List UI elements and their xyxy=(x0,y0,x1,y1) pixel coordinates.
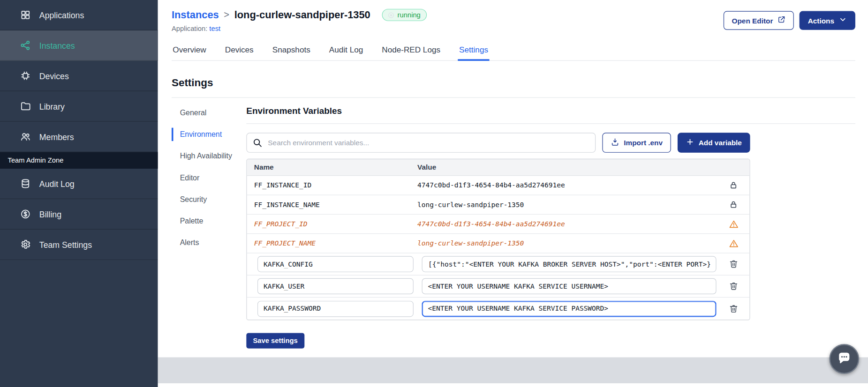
env-action-cell xyxy=(717,282,749,290)
search-input[interactable] xyxy=(246,133,596,152)
env-row-ff-instance-name: FF_INSTANCE_NAMElong-curlew-sandpiper-13… xyxy=(247,195,750,215)
sidebar-item-instances[interactable]: Instances xyxy=(0,30,158,61)
tab-node-red-logs[interactable]: Node-RED Logs xyxy=(381,41,441,60)
team-admin-zone-label: Team Admin Zone xyxy=(0,152,158,169)
column-header-name: Name xyxy=(247,163,418,171)
settings-nav: GeneralEnvironmentHigh AvailabilityEdito… xyxy=(172,106,234,349)
settings-nav-security[interactable]: Security xyxy=(172,193,234,207)
settings-nav-alerts[interactable]: Alerts xyxy=(172,236,234,250)
open-editor-button[interactable]: Open Editor xyxy=(724,11,794,30)
env-name-input[interactable] xyxy=(257,301,414,317)
library-icon xyxy=(20,101,31,112)
env-value-text: long-curlew-sandpiper-1350 xyxy=(417,201,524,209)
sidebar-item-library[interactable]: Library xyxy=(0,91,158,122)
delete-variable-button[interactable] xyxy=(729,282,738,290)
delete-variable-button[interactable] xyxy=(729,260,738,268)
env-value-cell xyxy=(417,278,717,294)
sidebar-item-label: Devices xyxy=(39,71,69,81)
plus-icon xyxy=(686,138,694,148)
sidebar-item-audit-log[interactable]: Audit Log xyxy=(0,169,158,199)
env-name-text: FF_INSTANCE_NAME xyxy=(254,201,320,209)
sidebar-item-label: Instances xyxy=(39,41,75,50)
env-value-cell: 4747c0bd-d1f3-4654-84b4-aa5d274691ee xyxy=(417,181,717,189)
delete-variable-button[interactable] xyxy=(729,304,738,313)
env-value-input[interactable] xyxy=(422,301,717,317)
sidebar-item-devices[interactable]: Devices xyxy=(0,61,158,91)
sidebar-item-billing[interactable]: Billing xyxy=(0,199,158,230)
sidebar-item-label: Billing xyxy=(39,209,61,219)
members-icon xyxy=(20,131,31,142)
application-label: Application: xyxy=(172,25,207,33)
env-value-cell: long-curlew-sandpiper-1350 xyxy=(417,239,717,247)
env-controls: Import .env Add variable xyxy=(246,133,750,152)
sidebar-main-nav: ApplicationsInstancesDevicesLibraryMembe… xyxy=(0,0,158,152)
env-action-cell xyxy=(717,304,749,313)
env-name-cell: FF_PROJECT_NAME xyxy=(247,239,418,247)
env-value-input[interactable] xyxy=(422,256,717,272)
tab-settings[interactable]: Settings xyxy=(458,41,490,60)
actions-button[interactable]: Actions xyxy=(800,11,855,30)
chat-widget-button[interactable] xyxy=(829,344,859,374)
env-row-ff-project-name: FF_PROJECT_NAMElong-curlew-sandpiper-135… xyxy=(247,234,750,253)
audit-log-icon xyxy=(20,178,31,189)
warning-icon xyxy=(729,238,738,248)
tab-overview[interactable]: Overview xyxy=(172,41,207,60)
sidebar-item-label: Audit Log xyxy=(39,179,75,188)
env-name-cell: FF_INSTANCE_NAME xyxy=(247,201,418,209)
breadcrumb-instances-link[interactable]: Instances xyxy=(172,9,219,21)
env-name-cell: FF_INSTANCE_ID xyxy=(247,181,418,189)
application-line: Application: test xyxy=(172,25,427,33)
env-name-input[interactable] xyxy=(257,278,414,294)
status-badge: running xyxy=(382,9,427,21)
env-value-cell xyxy=(417,256,717,272)
settings-nav-high-availability[interactable]: High Availability xyxy=(172,149,234,163)
settings-nav-general[interactable]: General xyxy=(172,106,234,120)
save-settings-button[interactable]: Save settings xyxy=(246,333,304,349)
env-action-cell xyxy=(717,238,749,248)
env-row-kafka-password xyxy=(247,298,750,320)
settings-nav-palette[interactable]: Palette xyxy=(172,215,234,228)
env-row-ff-project-id: FF_PROJECT_ID4747c0bd-d1f3-4654-84b4-aa5… xyxy=(247,215,750,234)
env-value-cell: long-curlew-sandpiper-1350 xyxy=(417,201,717,209)
status-badge-label: running xyxy=(398,11,421,19)
lock-icon xyxy=(729,200,738,209)
env-name-input[interactable] xyxy=(257,256,414,272)
chevron-down-icon xyxy=(838,15,847,25)
env-name-text: FF_PROJECT_ID xyxy=(254,220,308,228)
settings-nav-editor[interactable]: Editor xyxy=(172,171,234,185)
settings-nav-environment[interactable]: Environment xyxy=(172,128,234,141)
env-action-cell xyxy=(717,219,749,229)
lock-icon xyxy=(729,181,738,190)
tab-audit-log[interactable]: Audit Log xyxy=(328,41,364,60)
sidebar-item-team-settings[interactable]: Team Settings xyxy=(0,230,158,260)
import-env-button[interactable]: Import .env xyxy=(602,133,671,152)
sidebar-item-label: Team Settings xyxy=(39,240,92,249)
sidebar-item-label: Library xyxy=(39,102,65,111)
env-variables-table: Name Value FF_INSTANCE_ID4747c0bd-d1f3-4… xyxy=(246,159,750,320)
sidebar-item-label: Members xyxy=(39,132,74,141)
env-name-text: FF_INSTANCE_ID xyxy=(254,181,311,189)
tab-devices[interactable]: Devices xyxy=(224,41,255,60)
sidebar-item-members[interactable]: Members xyxy=(0,122,158,152)
import-env-label: Import .env xyxy=(624,139,663,147)
application-link[interactable]: test xyxy=(209,25,220,33)
env-name-cell xyxy=(247,256,418,272)
chat-icon xyxy=(836,350,853,368)
open-editor-label: Open Editor xyxy=(732,16,773,25)
env-value-input[interactable] xyxy=(422,278,717,294)
env-row-kafka-config xyxy=(247,253,750,275)
running-icon xyxy=(387,11,395,19)
search-wrap xyxy=(246,133,596,152)
sidebar-item-applications[interactable]: Applications xyxy=(0,0,158,30)
env-value-text: 4747c0bd-d1f3-4654-84b4-aa5d274691ee xyxy=(417,181,565,189)
add-variable-button[interactable]: Add variable xyxy=(678,133,750,152)
tab-snapshots[interactable]: Snapshots xyxy=(271,41,311,60)
header-actions: Open Editor Actions xyxy=(724,9,855,30)
billing-icon xyxy=(20,208,31,220)
environment-section: Environment Variables Import .env A xyxy=(246,106,855,349)
add-variable-label: Add variable xyxy=(699,139,742,147)
sidebar-admin-nav: Audit LogBillingTeam Settings xyxy=(0,169,158,260)
page-header: Instances > long-curlew-sandpiper-1350 r… xyxy=(172,9,855,33)
env-value-cell: 4747c0bd-d1f3-4654-84b4-aa5d274691ee xyxy=(417,220,717,228)
page-title: Settings xyxy=(172,77,855,98)
